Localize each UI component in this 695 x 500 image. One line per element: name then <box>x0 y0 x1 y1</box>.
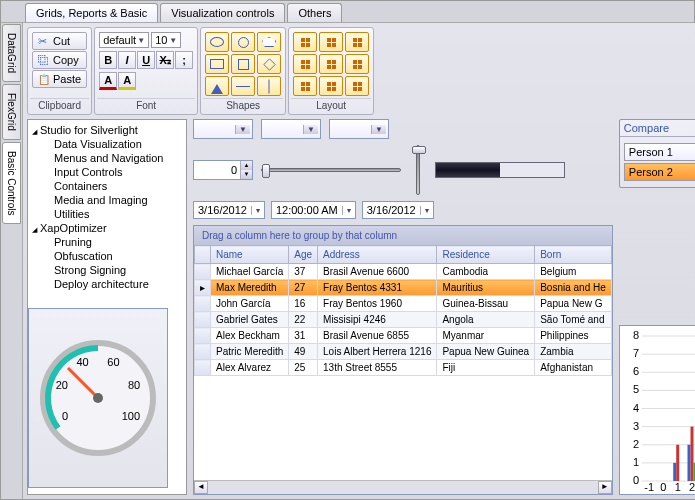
cell[interactable]: Guinea-Bissau <box>437 296 535 312</box>
cell[interactable]: 25 <box>289 360 318 376</box>
cell[interactable]: Fray Bentos 4331 <box>318 280 437 296</box>
tree-item[interactable]: Pruning <box>28 235 186 249</box>
cell[interactable]: Brasil Avenue 6855 <box>318 328 437 344</box>
cell[interactable]: 22 <box>289 312 318 328</box>
cell[interactable]: 16 <box>289 296 318 312</box>
cell[interactable]: Lois Albert Herrera 1216 <box>318 344 437 360</box>
layout-option[interactable] <box>319 32 343 52</box>
tree-item[interactable]: Studio for Silverlight <box>28 123 186 137</box>
column-header[interactable]: Residence <box>437 246 535 264</box>
cell[interactable]: Alex Alvarez <box>211 360 289 376</box>
cell[interactable]: Cambodia <box>437 264 535 280</box>
cell[interactable]: Max Meredith <box>211 280 289 296</box>
tab-grids[interactable]: Grids, Reports & Basic <box>25 3 158 22</box>
layout-option[interactable] <box>345 54 369 74</box>
copy-button[interactable]: Copy <box>32 51 87 69</box>
cell[interactable]: John García <box>211 296 289 312</box>
layout-option[interactable] <box>293 32 317 52</box>
cell[interactable]: Philippines <box>535 328 612 344</box>
cell[interactable]: Michael García <box>211 264 289 280</box>
tab-visualization[interactable]: Visualization controls <box>160 3 285 22</box>
calendar-icon[interactable]: ▾ <box>420 206 429 215</box>
sidetab-basic[interactable]: Basic Controls <box>2 142 21 224</box>
cell[interactable]: Mauritius <box>437 280 535 296</box>
spin-up[interactable]: ▲ <box>240 161 252 170</box>
cell[interactable]: Brasil Avenue 6600 <box>318 264 437 280</box>
shape-triangle[interactable] <box>205 76 229 96</box>
cell[interactable]: 49 <box>289 344 318 360</box>
combo-3[interactable]: ▼ <box>329 119 389 139</box>
v-slider[interactable] <box>409 145 427 195</box>
row-header[interactable] <box>195 344 211 360</box>
cell[interactable]: Fray Bentos 1960 <box>318 296 437 312</box>
h-slider[interactable] <box>261 161 401 179</box>
vslider-thumb[interactable] <box>412 146 426 154</box>
tree-item[interactable]: Containers <box>28 179 186 193</box>
cell[interactable]: Missisipi 4246 <box>318 312 437 328</box>
shape-rect[interactable] <box>205 54 229 74</box>
tree-item[interactable]: XapOptimizer <box>28 221 186 235</box>
bold-button[interactable]: B <box>99 51 117 69</box>
highlight-button[interactable]: A <box>118 72 136 90</box>
data-grid[interactable]: Drag a column here to group by that colu… <box>193 225 613 495</box>
numeric-spinner[interactable]: 0▲▼ <box>193 160 253 180</box>
shape-line[interactable] <box>231 76 255 96</box>
column-header[interactable]: Born <box>535 246 612 264</box>
sidetab-datagrid[interactable]: DataGrid <box>2 24 21 82</box>
strike-button[interactable]: X₂ <box>156 51 174 69</box>
cell[interactable]: Alex Beckham <box>211 328 289 344</box>
tree-item[interactable]: Data Visualization <box>28 137 186 151</box>
row-header[interactable]: ▸ <box>195 280 211 296</box>
slider-thumb[interactable] <box>262 164 270 178</box>
tab-others[interactable]: Others <box>287 3 342 22</box>
layout-option[interactable] <box>319 76 343 96</box>
layout-option[interactable] <box>293 76 317 96</box>
underline-button[interactable]: U <box>137 51 155 69</box>
row-header[interactable] <box>195 264 211 280</box>
shape-circle[interactable] <box>231 32 255 52</box>
cell[interactable]: Zambia <box>535 344 612 360</box>
date-picker-1[interactable]: 3/16/2012▾ <box>193 201 265 219</box>
cut-button[interactable]: Cut <box>32 32 87 50</box>
tree-item[interactable]: Utilities <box>28 207 186 221</box>
cell[interactable]: Angola <box>437 312 535 328</box>
tree-item[interactable]: Media and Imaging <box>28 193 186 207</box>
time-dropdown[interactable]: ▾ <box>342 206 351 215</box>
cell[interactable]: 13th Street 8555 <box>318 360 437 376</box>
shape-ellipse[interactable] <box>205 32 229 52</box>
shape-square[interactable] <box>231 54 255 74</box>
time-picker[interactable]: 12:00:00 AM▾ <box>271 201 356 219</box>
cell[interactable]: Afghanistan <box>535 360 612 376</box>
tree-item[interactable]: Strong Signing <box>28 263 186 277</box>
row-header[interactable] <box>195 328 211 344</box>
layout-option[interactable] <box>345 32 369 52</box>
h-scrollbar[interactable]: ◄► <box>194 480 612 494</box>
cell[interactable]: São Tomé and <box>535 312 612 328</box>
layout-option[interactable] <box>293 54 317 74</box>
column-header[interactable]: Name <box>211 246 289 264</box>
paste-button[interactable]: Paste <box>32 70 87 88</box>
cell[interactable]: Belgium <box>535 264 612 280</box>
combo-2[interactable]: ▼ <box>261 119 321 139</box>
shape-pentagon[interactable] <box>257 32 281 52</box>
layout-option[interactable] <box>319 54 343 74</box>
cell[interactable]: Fiji <box>437 360 535 376</box>
row-header[interactable] <box>195 312 211 328</box>
cell[interactable]: Myanmar <box>437 328 535 344</box>
script-button[interactable]: ; <box>175 51 193 69</box>
tree-item[interactable]: Menus and Navigation <box>28 151 186 165</box>
spin-down[interactable]: ▼ <box>240 170 252 179</box>
font-family-select[interactable]: default▼ <box>99 32 149 48</box>
fontcolor-button[interactable]: A <box>99 72 117 90</box>
tree-item[interactable]: Input Controls <box>28 165 186 179</box>
sidetab-flexgrid[interactable]: FlexGrid <box>2 84 21 140</box>
group-bar[interactable]: Drag a column here to group by that colu… <box>194 226 612 245</box>
row-header[interactable] <box>195 296 211 312</box>
compare-item-2[interactable]: Person 2⌃ <box>624 163 695 181</box>
tree-item[interactable]: Obfuscation <box>28 249 186 263</box>
tree-item[interactable]: Deploy architecture <box>28 277 186 291</box>
row-header[interactable] <box>195 360 211 376</box>
column-header[interactable]: Address <box>318 246 437 264</box>
italic-button[interactable]: I <box>118 51 136 69</box>
cell[interactable]: 27 <box>289 280 318 296</box>
